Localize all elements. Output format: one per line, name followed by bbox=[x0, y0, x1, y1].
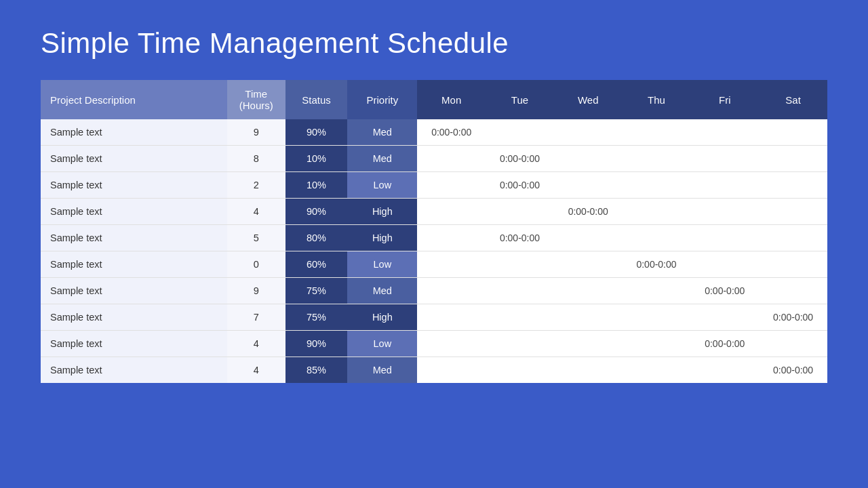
header-wed: Wed bbox=[554, 80, 623, 119]
cell-wed-9 bbox=[554, 357, 623, 384]
header-tue: Tue bbox=[486, 80, 554, 119]
table-wrapper: Project Description Time (Hours) Status … bbox=[41, 80, 827, 461]
cell-priority-5: Low bbox=[347, 251, 417, 278]
cell-mon-0: 0:00-0:00 bbox=[417, 119, 486, 146]
cell-tue-9 bbox=[486, 357, 554, 384]
cell-sat-8 bbox=[759, 331, 827, 357]
cell-sat-7: 0:00-0:00 bbox=[759, 304, 827, 331]
cell-project-7: Sample text bbox=[41, 304, 227, 331]
table-row: Sample text 0 60% Low 0:00-0:00 bbox=[41, 251, 827, 278]
cell-time-8: 4 bbox=[227, 331, 285, 357]
cell-fri-0 bbox=[690, 119, 759, 146]
cell-status-8: 90% bbox=[285, 331, 348, 357]
cell-fri-5 bbox=[690, 251, 759, 278]
cell-project-9: Sample text bbox=[41, 357, 227, 384]
cell-thu-2 bbox=[623, 172, 691, 199]
cell-tue-5 bbox=[486, 251, 554, 278]
table-row: Sample text 2 10% Low 0:00-0:00 bbox=[41, 172, 827, 199]
cell-tue-3 bbox=[486, 199, 554, 225]
cell-project-3: Sample text bbox=[41, 199, 227, 225]
cell-time-6: 9 bbox=[227, 278, 285, 304]
cell-tue-1: 0:00-0:00 bbox=[486, 146, 554, 172]
cell-fri-4 bbox=[690, 225, 759, 251]
cell-fri-3 bbox=[690, 199, 759, 225]
cell-project-0: Sample text bbox=[41, 119, 227, 146]
cell-priority-1: Med bbox=[347, 146, 417, 172]
cell-sat-1 bbox=[759, 146, 827, 172]
cell-priority-7: High bbox=[347, 304, 417, 331]
cell-priority-3: High bbox=[347, 199, 417, 225]
cell-mon-1 bbox=[417, 146, 486, 172]
cell-wed-0 bbox=[554, 119, 623, 146]
header-project: Project Description bbox=[41, 80, 227, 119]
header-priority: Priority bbox=[347, 80, 417, 119]
cell-thu-7 bbox=[623, 304, 691, 331]
cell-time-2: 2 bbox=[227, 172, 285, 199]
cell-priority-2: Low bbox=[347, 172, 417, 199]
cell-tue-6 bbox=[486, 278, 554, 304]
cell-priority-8: Low bbox=[347, 331, 417, 357]
cell-status-6: 75% bbox=[285, 278, 348, 304]
cell-priority-6: Med bbox=[347, 278, 417, 304]
cell-project-1: Sample text bbox=[41, 146, 227, 172]
cell-sat-3 bbox=[759, 199, 827, 225]
cell-fri-8: 0:00-0:00 bbox=[690, 331, 759, 357]
cell-thu-6 bbox=[623, 278, 691, 304]
header-time: Time (Hours) bbox=[227, 80, 285, 119]
cell-status-4: 80% bbox=[285, 225, 348, 251]
table-row: Sample text 9 75% Med 0:00-0:00 bbox=[41, 278, 827, 304]
cell-project-5: Sample text bbox=[41, 251, 227, 278]
cell-mon-2 bbox=[417, 172, 486, 199]
header-status: Status bbox=[285, 80, 348, 119]
cell-wed-2 bbox=[554, 172, 623, 199]
cell-tue-0 bbox=[486, 119, 554, 146]
header-mon: Mon bbox=[417, 80, 486, 119]
cell-wed-1 bbox=[554, 146, 623, 172]
table-row: Sample text 9 90% Med 0:00-0:00 bbox=[41, 119, 827, 146]
cell-sat-2 bbox=[759, 172, 827, 199]
table-row: Sample text 7 75% High 0:00-0:00 bbox=[41, 304, 827, 331]
cell-fri-9 bbox=[690, 357, 759, 384]
cell-time-3: 4 bbox=[227, 199, 285, 225]
cell-mon-3 bbox=[417, 199, 486, 225]
cell-sat-6 bbox=[759, 278, 827, 304]
table-row: Sample text 8 10% Med 0:00-0:00 bbox=[41, 146, 827, 172]
cell-fri-6: 0:00-0:00 bbox=[690, 278, 759, 304]
header-fri: Fri bbox=[690, 80, 759, 119]
cell-wed-7 bbox=[554, 304, 623, 331]
cell-mon-5 bbox=[417, 251, 486, 278]
cell-sat-5 bbox=[759, 251, 827, 278]
cell-status-0: 90% bbox=[285, 119, 348, 146]
cell-mon-4 bbox=[417, 225, 486, 251]
cell-time-0: 9 bbox=[227, 119, 285, 146]
cell-time-1: 8 bbox=[227, 146, 285, 172]
cell-wed-5 bbox=[554, 251, 623, 278]
table-row: Sample text 4 85% Med 0:00-0:00 bbox=[41, 357, 827, 384]
cell-sat-4 bbox=[759, 225, 827, 251]
cell-priority-9: Med bbox=[347, 357, 417, 384]
cell-time-4: 5 bbox=[227, 225, 285, 251]
cell-status-5: 60% bbox=[285, 251, 348, 278]
cell-thu-4 bbox=[623, 225, 691, 251]
cell-status-3: 90% bbox=[285, 199, 348, 225]
cell-project-8: Sample text bbox=[41, 331, 227, 357]
cell-mon-9 bbox=[417, 357, 486, 384]
table-row: Sample text 4 90% Low 0:00-0:00 bbox=[41, 331, 827, 357]
cell-fri-7 bbox=[690, 304, 759, 331]
cell-wed-3: 0:00-0:00 bbox=[554, 199, 623, 225]
cell-mon-8 bbox=[417, 331, 486, 357]
cell-thu-5: 0:00-0:00 bbox=[623, 251, 691, 278]
cell-priority-4: High bbox=[347, 225, 417, 251]
cell-status-9: 85% bbox=[285, 357, 348, 384]
cell-status-7: 75% bbox=[285, 304, 348, 331]
cell-wed-6 bbox=[554, 278, 623, 304]
cell-wed-4 bbox=[554, 225, 623, 251]
cell-thu-1 bbox=[623, 146, 691, 172]
cell-thu-9 bbox=[623, 357, 691, 384]
page-title: Simple Time Management Schedule bbox=[41, 27, 827, 60]
cell-fri-1 bbox=[690, 146, 759, 172]
header-thu: Thu bbox=[623, 80, 691, 119]
cell-tue-4: 0:00-0:00 bbox=[486, 225, 554, 251]
cell-mon-7 bbox=[417, 304, 486, 331]
cell-project-6: Sample text bbox=[41, 278, 227, 304]
